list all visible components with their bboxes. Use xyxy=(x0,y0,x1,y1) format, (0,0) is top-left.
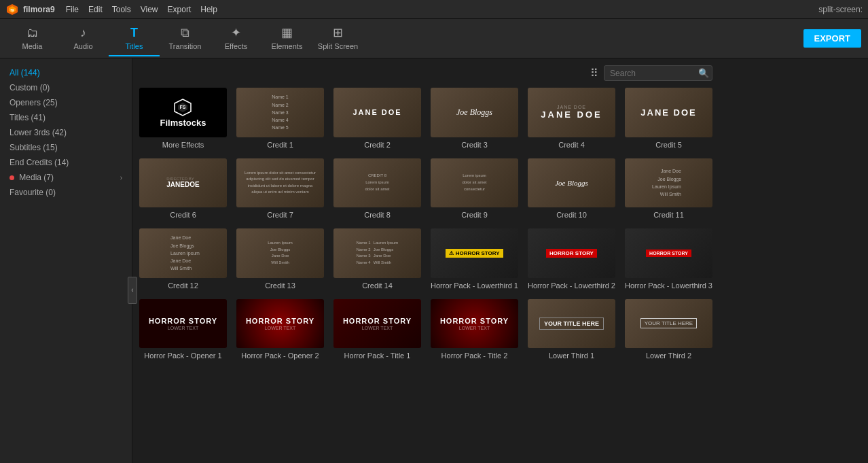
credit8-label: Credit 8 xyxy=(333,211,421,219)
horror-opener1-title: HORROR STORY xyxy=(149,317,217,325)
toolbar-split-screen-label: Split Screen xyxy=(318,42,358,50)
grid-item-credit14[interactable]: Name 1Name 2Name 3Name 4 Lauren IpsumJoe… xyxy=(333,228,421,290)
lower-third2-thumbnail: YOUR TITLE HERE xyxy=(625,299,712,349)
grid-item-horror-lower2[interactable]: HORROR STORY Horror Pack - Lowerthird 2 xyxy=(528,228,615,290)
horror-lower2-badge: HORROR STORY xyxy=(546,249,597,258)
svg-text:f9: f9 xyxy=(10,8,14,12)
credit5-label: Credit 5 xyxy=(625,141,712,149)
lower-third1-thumbnail: YOUR TITLE HERE xyxy=(528,299,615,349)
sidebar-item-custom[interactable]: Custom (0) xyxy=(0,80,132,95)
credit10-thumb-text: Joe Bloggs xyxy=(555,179,588,187)
credit1-label: Credit 1 xyxy=(236,141,324,149)
credit9-thumbnail: Lorem ipsumdolor sit ametconsectetur xyxy=(431,158,518,208)
grid-item-credit7[interactable]: Lorem ipsum dolor sit amet consecteturad… xyxy=(236,158,324,220)
menu-help[interactable]: Help xyxy=(200,5,217,14)
grid-item-credit2[interactable]: JANE DOE Credit 2 xyxy=(333,88,421,149)
sidebar-media-label: Media (7) xyxy=(10,173,54,182)
grid-item-horror-lower1[interactable]: ⚠ HORROR STORY Horror Pack - Lowerthird … xyxy=(431,228,518,290)
lower-third2-bar: YOUR TITLE HERE xyxy=(640,318,697,328)
sidebar-item-openers[interactable]: Openers (25) xyxy=(0,95,132,110)
search-bar: 🔍 xyxy=(604,65,712,81)
credit10-thumbnail: Joe Bloggs xyxy=(528,158,615,208)
sidebar-collapse-button[interactable]: ‹ xyxy=(128,277,137,304)
grid-item-horror-title2[interactable]: HORROR STORY LOWER TEXT Horror Pack - Ti… xyxy=(431,299,518,360)
grid-item-credit12[interactable]: Jane DoeJoe BloggsLauren IpsumJane DoeWi… xyxy=(139,228,227,290)
credit4-small-text: JANE DOE xyxy=(557,105,586,109)
grid-item-credit4[interactable]: JANE DOE JANE DOE Credit 4 xyxy=(528,88,615,149)
sidebar-item-all[interactable]: All (144) xyxy=(0,65,132,80)
grid-item-credit11[interactable]: Jane DoeJoe BloggsLauren IpsumWill Smith… xyxy=(625,158,712,220)
credit3-label: Credit 3 xyxy=(431,141,518,149)
search-input[interactable] xyxy=(610,69,698,78)
credit6-content: DIRECTED BY JANEDOE xyxy=(161,171,204,194)
menu-tools[interactable]: Tools xyxy=(112,5,131,14)
credit11-thumbnail: Jane DoeJoe BloggsLauren IpsumWill Smith xyxy=(625,158,712,208)
menu-edit[interactable]: Edit xyxy=(88,5,103,14)
grid-view-icon[interactable]: ⠿ xyxy=(590,67,598,80)
grid-item-horror-title1[interactable]: HORROR STORY LOWER TEXT Horror Pack - Ti… xyxy=(333,299,421,360)
sidebar-item-media[interactable]: Media (7) › xyxy=(0,170,132,185)
credit13-thumbnail: Lauren IpsumJoe BloggsJane DoeWill Smith xyxy=(236,228,324,278)
toolbar-effects[interactable]: ✦ Effects xyxy=(211,21,261,56)
credit4-content: JANE DOE JANE DOE xyxy=(541,105,602,120)
lower-third1-label: Lower Third 1 xyxy=(528,351,615,360)
sidebar-item-favourite[interactable]: Favourite (0) xyxy=(0,185,132,200)
sidebar-endcredits-label: End Credits (14) xyxy=(10,158,69,167)
horror-opener1-sub: LOWER TEXT xyxy=(168,326,198,330)
credit11-thumb-text: Jane DoeJoe BloggsLauren IpsumWill Smith xyxy=(652,167,685,198)
export-button[interactable]: EXPORT xyxy=(803,29,861,48)
grid-item-credit8[interactable]: CREDIT 8Lorem ipsumdolor sit amet Credit… xyxy=(333,158,421,220)
credit1-thumbnail: Name 1Name 2Name 3Name 4Name 5 xyxy=(236,88,324,137)
horror-opener2-label: Horror Pack - Opener 2 xyxy=(236,351,324,360)
grid-item-credit3[interactable]: Joe Bloggs Credit 3 xyxy=(431,88,518,149)
grid-item-lower-third1[interactable]: YOUR TITLE HERE Lower Third 1 xyxy=(528,299,615,360)
media-dot-icon xyxy=(10,175,14,180)
sidebar-item-titles[interactable]: Titles (41) xyxy=(0,110,132,125)
credit5-thumb-text: JANE DOE xyxy=(640,107,696,118)
credit6-thumbnail: DIRECTED BY JANEDOE xyxy=(139,158,227,208)
sidebar-item-lower3rds[interactable]: Lower 3rds (42) xyxy=(0,125,132,140)
grid-item-credit10[interactable]: Joe Bloggs Credit 10 xyxy=(528,158,615,220)
horror-opener1-thumbnail: HORROR STORY LOWER TEXT xyxy=(139,299,227,349)
credit12-thumbnail: Jane DoeJoe BloggsLauren IpsumJane DoeWi… xyxy=(139,228,227,278)
credit13-label: Credit 13 xyxy=(236,281,324,290)
horror-lower1-badge: ⚠ HORROR STORY xyxy=(446,249,503,258)
credit2-label: Credit 2 xyxy=(333,141,421,149)
horror-opener2-content: HORROR STORY LOWER TEXT xyxy=(246,317,314,330)
horror-title1-content: HORROR STORY LOWER TEXT xyxy=(343,317,412,330)
elements-icon: ▦ xyxy=(281,25,293,40)
horror-title2-sub: LOWER TEXT xyxy=(459,326,490,330)
search-icon[interactable]: 🔍 xyxy=(698,68,709,78)
grid-item-credit13[interactable]: Lauren IpsumJoe BloggsJane DoeWill Smith… xyxy=(236,228,324,290)
grid-item-horror-opener1[interactable]: HORROR STORY LOWER TEXT Horror Pack - Op… xyxy=(139,299,227,360)
grid-item-credit5[interactable]: JANE DOE Credit 5 xyxy=(625,88,712,149)
grid-item-lower-third2[interactable]: YOUR TITLE HERE Lower Third 2 xyxy=(625,299,712,360)
toolbar-split-screen[interactable]: ⊞ Split Screen xyxy=(312,21,363,56)
menu-file[interactable]: File xyxy=(66,5,79,14)
audio-icon: ♪ xyxy=(80,26,86,40)
grid-item-horror-opener2[interactable]: HORROR STORY LOWER TEXT Horror Pack - Op… xyxy=(236,299,324,360)
toolbar-elements[interactable]: ▦ Elements xyxy=(261,21,312,56)
menu-export[interactable]: Export xyxy=(168,5,192,14)
split-screen-icon: ⊞ xyxy=(333,25,343,40)
horror-opener1-content: HORROR STORY LOWER TEXT xyxy=(149,317,217,330)
toolbar-transition[interactable]: ⧉ Transition xyxy=(160,21,211,56)
sidebar-item-subtitles[interactable]: Subtitles (15) xyxy=(0,140,132,155)
sidebar-item-endcredits[interactable]: End Credits (14) xyxy=(0,155,132,170)
toolbar-audio[interactable]: ♪ Audio xyxy=(58,21,109,56)
grid-item-horror-lower3[interactable]: HORROR STORY Horror Pack - Lowerthird 3 xyxy=(625,228,712,290)
credit7-thumb-text: Lorem ipsum dolor sit amet consecteturad… xyxy=(245,170,316,196)
menu-view[interactable]: View xyxy=(141,5,158,14)
toolbar-media[interactable]: 🗂 Media xyxy=(7,21,58,56)
grid-item-more-effects[interactable]: FS Filmstocks More Effects xyxy=(139,88,227,149)
horror-lower2-label: Horror Pack - Lowerthird 2 xyxy=(528,281,615,290)
sidebar-custom-label: Custom (0) xyxy=(10,83,50,92)
titles-grid: FS Filmstocks More Effects Name 1Name 2N… xyxy=(139,88,712,360)
more-effects-label: More Effects xyxy=(139,141,227,149)
grid-item-credit1[interactable]: Name 1Name 2Name 3Name 4Name 5 Credit 1 xyxy=(236,88,324,149)
toolbar-titles[interactable]: T Titles xyxy=(109,21,160,56)
grid-item-credit6[interactable]: DIRECTED BY JANEDOE Credit 6 xyxy=(139,158,227,220)
horror-title1-sub: LOWER TEXT xyxy=(362,326,393,330)
grid-item-credit9[interactable]: Lorem ipsumdolor sit ametconsectetur Cre… xyxy=(431,158,518,220)
chevron-left-icon: ‹ xyxy=(131,286,133,294)
